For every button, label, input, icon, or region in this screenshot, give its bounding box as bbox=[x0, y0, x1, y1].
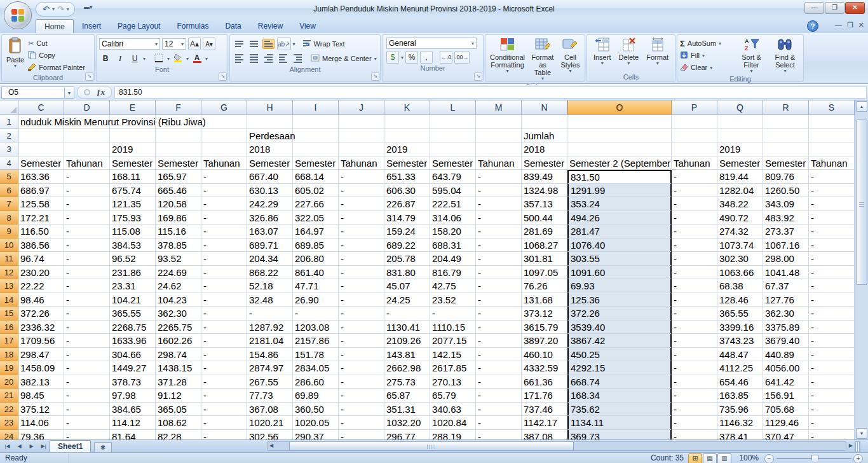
cell-F8[interactable]: 169.86 bbox=[156, 211, 201, 225]
cell-P23[interactable]: - bbox=[672, 416, 717, 430]
cell-R12[interactable]: 1041.48 bbox=[763, 266, 809, 280]
cell-L20[interactable]: 270.13 bbox=[430, 375, 476, 389]
tab-formulas[interactable]: Formulas bbox=[168, 19, 217, 33]
cell-I20[interactable]: 286.60 bbox=[293, 375, 339, 389]
cell-J7[interactable]: - bbox=[339, 197, 384, 211]
cell-Q19[interactable]: 4112.25 bbox=[717, 361, 763, 375]
cell-E24[interactable]: 81.64 bbox=[110, 430, 156, 440]
cell-J15[interactable]: - bbox=[339, 307, 384, 321]
cell-O17[interactable]: 3867.42 bbox=[567, 334, 672, 348]
cell-R19[interactable]: 4056.00 bbox=[763, 361, 809, 375]
cell-Q2[interactable] bbox=[717, 129, 763, 143]
cell-S2[interactable] bbox=[809, 129, 855, 143]
row-header-23[interactable]: 23 bbox=[0, 416, 18, 430]
cell-F13[interactable]: 24.62 bbox=[156, 279, 201, 293]
cell-M22[interactable]: - bbox=[476, 403, 522, 417]
cell-H21[interactable]: 77.73 bbox=[247, 389, 293, 403]
cell-C16[interactable]: 2336.32 bbox=[18, 321, 64, 335]
cell-P22[interactable]: - bbox=[672, 403, 717, 417]
font-color-button[interactable]: A bbox=[191, 52, 203, 65]
align-center-button[interactable] bbox=[247, 52, 260, 65]
cell-N21[interactable]: 171.76 bbox=[522, 389, 567, 403]
cell-D4[interactable]: Tahunan bbox=[64, 156, 110, 170]
cell-I14[interactable]: 26.90 bbox=[293, 293, 339, 307]
cell-F15[interactable]: 362.30 bbox=[156, 307, 201, 321]
cell-S23[interactable]: - bbox=[809, 416, 855, 430]
cell-P7[interactable]: - bbox=[672, 197, 717, 211]
cell-K1[interactable] bbox=[384, 115, 430, 129]
tab-home[interactable]: Home bbox=[36, 19, 74, 33]
cell-H13[interactable]: 52.18 bbox=[247, 279, 293, 293]
cell-Q24[interactable]: 378.41 bbox=[717, 430, 763, 440]
underline-dropdown-icon[interactable]: ▾ bbox=[143, 56, 146, 62]
cell-S16[interactable]: - bbox=[809, 321, 855, 335]
cell-M8[interactable]: - bbox=[476, 211, 522, 225]
cell-G22[interactable]: - bbox=[201, 403, 247, 417]
cell-Q12[interactable]: 1063.66 bbox=[717, 266, 763, 280]
merge-center-button[interactable]: Merge & Center▾ bbox=[311, 53, 377, 64]
cell-K4[interactable]: Semester 1 bbox=[384, 156, 430, 170]
cell-M4[interactable]: Tahunan bbox=[476, 156, 522, 170]
cell-I19[interactable]: 2834.05 bbox=[293, 361, 339, 375]
row-header-19[interactable]: 19 bbox=[0, 361, 18, 375]
cell-D17[interactable]: - bbox=[64, 334, 110, 348]
cell-G3[interactable] bbox=[201, 142, 247, 156]
cell-G20[interactable]: - bbox=[201, 375, 247, 389]
cell-R5[interactable]: 809.76 bbox=[763, 170, 809, 184]
cell-D23[interactable]: - bbox=[64, 416, 110, 430]
cell-C9[interactable]: 116.50 bbox=[18, 225, 64, 238]
cell-L2[interactable] bbox=[430, 129, 476, 143]
cell-S20[interactable]: - bbox=[809, 375, 855, 389]
cell-H9[interactable]: 163.07 bbox=[247, 225, 293, 238]
number-dialog-launcher[interactable]: ↘ bbox=[474, 73, 482, 81]
cell-E2[interactable] bbox=[110, 129, 156, 143]
insert-cells-button[interactable]: Insert▾ bbox=[592, 36, 613, 73]
cell-C11[interactable]: 96.74 bbox=[18, 252, 64, 266]
cell-I10[interactable]: 689.85 bbox=[293, 238, 339, 252]
cell-I9[interactable]: 164.97 bbox=[293, 225, 339, 238]
row-header-20[interactable]: 20 bbox=[0, 375, 18, 389]
formula-input[interactable]: 831.50 bbox=[114, 86, 867, 99]
cell-P5[interactable]: - bbox=[672, 170, 717, 184]
increase-indent-button[interactable] bbox=[291, 52, 304, 65]
cell-F16[interactable]: 2265.75 bbox=[156, 321, 201, 335]
cell-O10[interactable]: 1076.40 bbox=[567, 238, 672, 252]
cell-G10[interactable]: - bbox=[201, 238, 247, 252]
cell-P1[interactable] bbox=[672, 115, 717, 129]
currency-dropdown-icon[interactable]: ▾ bbox=[401, 55, 403, 60]
cell-F21[interactable]: 91.12 bbox=[156, 389, 201, 403]
row-header-3[interactable]: 3 bbox=[0, 142, 18, 156]
cell-E3[interactable]: 2019 bbox=[110, 142, 156, 156]
cell-E15[interactable]: 365.55 bbox=[110, 307, 156, 321]
cell-I7[interactable]: 227.66 bbox=[293, 197, 339, 211]
normal-view-icon[interactable]: ⊞ bbox=[688, 453, 702, 463]
clipboard-dialog-launcher[interactable]: ↘ bbox=[85, 73, 93, 81]
cell-R10[interactable]: 1067.16 bbox=[763, 238, 809, 252]
align-right-button[interactable] bbox=[262, 52, 275, 65]
office-button[interactable] bbox=[4, 1, 32, 29]
row-header-17[interactable]: 17 bbox=[0, 334, 18, 348]
cell-P21[interactable]: - bbox=[672, 389, 717, 403]
cell-C4[interactable]: Semester 2 bbox=[18, 156, 64, 170]
cell-G1[interactable] bbox=[201, 115, 247, 129]
cell-R3[interactable] bbox=[763, 142, 809, 156]
cell-P15[interactable]: - bbox=[672, 307, 717, 321]
cell-R2[interactable] bbox=[763, 129, 809, 143]
cell-P18[interactable]: - bbox=[672, 348, 717, 362]
cell-E11[interactable]: 96.52 bbox=[110, 252, 156, 266]
cell-D9[interactable]: - bbox=[64, 225, 110, 238]
cell-Q6[interactable]: 1282.04 bbox=[717, 184, 763, 198]
tab-split-handle[interactable] bbox=[855, 441, 860, 452]
insert-worksheet-icon[interactable]: ✱ bbox=[94, 442, 112, 453]
cell-M21[interactable]: - bbox=[476, 389, 522, 403]
cell-J14[interactable]: - bbox=[339, 293, 384, 307]
cell-N6[interactable]: 1324.98 bbox=[522, 184, 567, 198]
column-header-I[interactable]: I bbox=[293, 100, 339, 115]
cell-N24[interactable]: 387.08 bbox=[522, 430, 567, 440]
tab-review[interactable]: Review bbox=[250, 19, 291, 33]
cell-J3[interactable] bbox=[339, 142, 384, 156]
cell-C7[interactable]: 125.58 bbox=[18, 197, 64, 211]
cell-E20[interactable]: 378.73 bbox=[110, 375, 156, 389]
cell-R17[interactable]: 3679.40 bbox=[763, 334, 809, 348]
row-header-16[interactable]: 16 bbox=[0, 321, 18, 335]
